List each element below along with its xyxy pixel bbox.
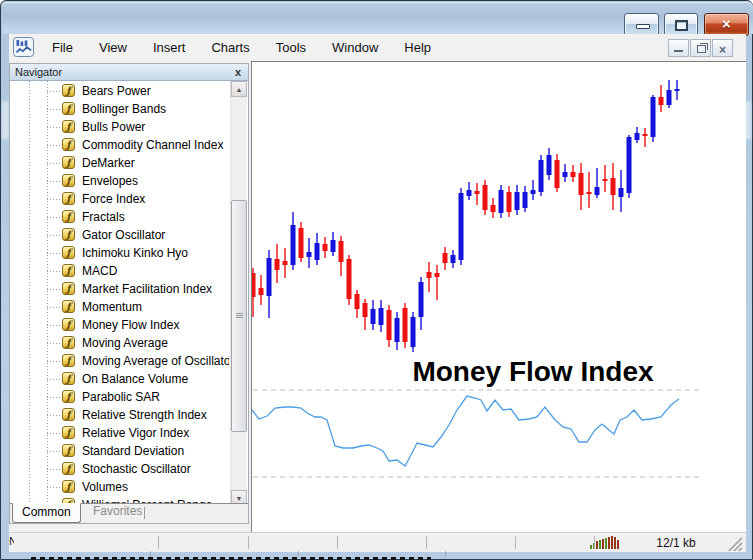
indicator-function-icon: ƒ — [62, 354, 75, 367]
indicator-function-icon: ƒ — [62, 426, 75, 439]
window-minimize-button[interactable] — [624, 13, 659, 36]
status-separator — [426, 536, 427, 549]
navigator-titlebar[interactable]: Navigator x — [10, 64, 248, 81]
indicator-label: Force Index — [82, 190, 145, 208]
scrollbar-thumb[interactable] — [231, 200, 247, 432]
indicator-label: Fractals — [82, 208, 125, 226]
candle-body — [252, 273, 256, 297]
indicator-item[interactable]: ƒParabolic SAR — [10, 388, 229, 406]
indicator-item[interactable]: ƒFractals — [10, 208, 229, 226]
indicator-item[interactable]: ƒMoving Average — [10, 334, 229, 352]
tree-connector — [47, 145, 61, 146]
maximize-icon — [675, 20, 688, 31]
menu-item-insert[interactable]: Insert — [140, 40, 199, 55]
indicator-item[interactable]: ƒMarket Facilitation Index — [10, 280, 229, 298]
navigator-scrollbar[interactable]: ▲ ▼ — [230, 81, 247, 506]
tree-connector — [47, 361, 61, 362]
candle-body — [283, 261, 288, 265]
indicator-label: Parabolic SAR — [82, 388, 160, 406]
indicator-label: Bulls Power — [82, 118, 145, 136]
frame-separator — [445, 551, 446, 557]
menu-item-file[interactable]: File — [39, 40, 86, 55]
indicator-item[interactable]: ƒVolumes — [10, 478, 229, 496]
indicator-label: Volumes — [82, 478, 128, 496]
indicator-item[interactable]: ƒMoving Average of Oscillator — [10, 352, 229, 370]
tree-connector — [47, 253, 61, 254]
navigator-close-button[interactable]: x — [231, 64, 245, 80]
indicator-item[interactable]: ƒDeMarker — [10, 154, 229, 172]
tree-connector — [47, 235, 61, 236]
indicator-item[interactable]: ƒBulls Power — [10, 118, 229, 136]
child-restore-button[interactable] — [690, 39, 711, 57]
status-left-fragment: N — [9, 535, 14, 547]
indicator-item[interactable]: ƒStochastic Oscillator — [10, 460, 229, 478]
resize-grip[interactable] — [726, 536, 744, 551]
candle-body — [315, 243, 320, 260]
candle-body — [643, 134, 648, 136]
indicator-label: Relative Strength Index — [82, 406, 207, 424]
status-separator — [158, 536, 159, 549]
indicator-item[interactable]: ƒBollinger Bands — [10, 100, 229, 118]
tree-connector — [47, 415, 61, 416]
indicator-item[interactable]: ƒEnvelopes — [10, 172, 229, 190]
window-close-button[interactable]: × — [704, 13, 749, 36]
indicator-function-icon: ƒ — [62, 138, 75, 151]
indicator-item[interactable]: ƒRelative Vigor Index — [10, 424, 229, 442]
indicator-label: Bollinger Bands — [82, 100, 166, 118]
candle-body — [627, 137, 632, 193]
tree-connector — [47, 397, 61, 398]
menu-item-view[interactable]: View — [86, 40, 140, 55]
candle-body — [371, 309, 376, 324]
tab-common[interactable]: Common — [12, 503, 81, 523]
indicator-item[interactable]: ƒIchimoku Kinko Hyo — [10, 244, 229, 262]
indicator-label: Envelopes — [82, 172, 138, 190]
chart-area[interactable]: Money Flow Index — [251, 61, 746, 532]
mfi-line — [252, 396, 679, 466]
child-minimize-button[interactable] — [668, 39, 689, 57]
indicator-item[interactable]: ƒCommodity Channel Index — [10, 136, 229, 154]
indicator-item[interactable]: ƒGator Oscillator — [10, 226, 229, 244]
indicator-function-icon: ƒ — [62, 192, 75, 205]
tree-connector — [47, 325, 61, 326]
candle-body — [667, 90, 672, 105]
workspace: Navigator x ƒBears PowerƒBollinger Bands… — [9, 61, 746, 532]
candle-body — [387, 310, 392, 340]
indicator-item[interactable]: ƒMACD — [10, 262, 229, 280]
indicator-item[interactable]: ƒRelative Strength Index — [10, 406, 229, 424]
candle-body — [483, 185, 488, 210]
status-separator — [515, 536, 516, 549]
candle-body — [347, 259, 352, 299]
tab-favorites[interactable]: Favorites — [84, 503, 151, 521]
indicator-function-icon: ƒ — [62, 84, 75, 97]
signal-bar — [617, 540, 619, 549]
candle-body — [595, 187, 600, 195]
indicator-item[interactable]: ƒMoney Flow Index — [10, 316, 229, 334]
candle-body — [299, 228, 304, 258]
menu-items: FileViewInsertChartsToolsWindowHelp — [39, 34, 444, 61]
menu-item-help[interactable]: Help — [391, 40, 444, 55]
candle-body — [307, 252, 312, 257]
candle-body — [435, 273, 440, 277]
indicator-item[interactable]: ƒOn Balance Volume — [10, 370, 229, 388]
signal-bar — [605, 538, 607, 549]
menu-item-charts[interactable]: Charts — [198, 40, 262, 55]
candle-body — [267, 258, 272, 296]
window-maximize-button[interactable] — [664, 13, 698, 36]
indicator-item[interactable]: ƒStandard Deviation — [10, 442, 229, 460]
indicator-item[interactable]: ƒMomentum — [10, 298, 229, 316]
candle-body — [475, 191, 480, 194]
menu-item-tools[interactable]: Tools — [263, 40, 319, 55]
tree-connector — [47, 199, 61, 200]
indicator-item[interactable]: ƒForce Index — [10, 190, 229, 208]
candle-body — [611, 178, 616, 195]
child-close-button[interactable]: × — [712, 39, 733, 57]
scroll-up-button[interactable]: ▲ — [231, 81, 247, 97]
candle-body — [531, 190, 536, 194]
menu-item-window[interactable]: Window — [319, 40, 391, 55]
status-separator — [594, 536, 595, 549]
tree-connector — [47, 127, 61, 128]
indicator-function-icon: ƒ — [62, 408, 75, 421]
status-separator — [337, 536, 338, 549]
candle-body — [363, 303, 368, 317]
indicator-item[interactable]: ƒBears Power — [10, 82, 229, 100]
